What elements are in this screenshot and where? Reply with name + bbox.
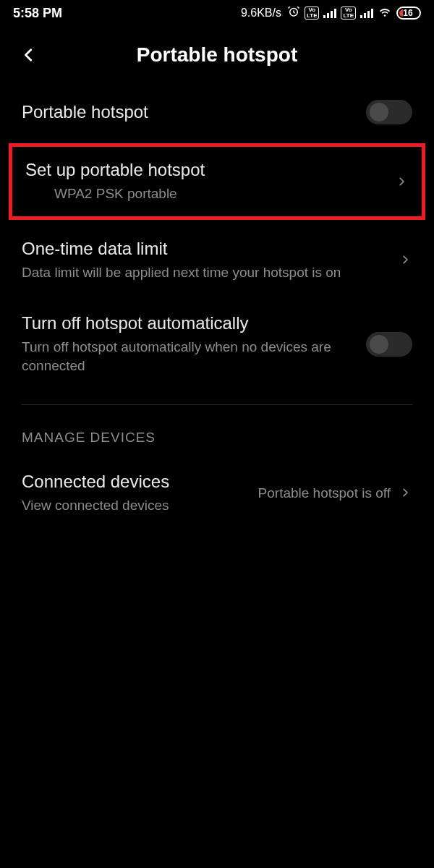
volte-badge-2: VoLTE [341,7,356,20]
connected-devices-status: Portable hotspot is off [258,484,391,503]
app-header: Portable hotspot [0,26,434,84]
auto-off-sub: Turn off hotspot automatically when no d… [22,338,366,375]
status-indicators: 9.6KB/s VoLTE VoLTE 16 [241,4,421,22]
setup-hotspot-row[interactable]: Set up portable hotspot WPA2 PSK portabl… [12,147,422,216]
connected-devices-title: Connected devices [22,472,258,492]
highlight-box: Set up portable hotspot WPA2 PSK portabl… [9,143,425,220]
status-time: 5:58 PM [13,6,62,21]
hotspot-toggle-row[interactable]: Portable hotspot [0,84,434,140]
data-limit-title: One-time data limit [22,239,398,259]
page-title: Portable hotspot [14,43,420,67]
data-limit-sub: Data limit will be applied next time you… [22,263,398,282]
section-manage-devices: MANAGE DEVICES [0,405,434,456]
net-speed: 9.6KB/s [241,7,281,20]
setup-hotspot-sub: WPA2 PSK portable [25,184,394,203]
signal-bars-1 [323,8,336,18]
auto-off-toggle[interactable] [366,332,412,357]
battery-indicator: 16 [396,7,421,20]
connected-devices-row[interactable]: Connected devices View connected devices… [0,456,434,531]
volte-badge-1: VoLTE [305,7,320,20]
chevron-right-icon [398,485,412,501]
auto-off-row[interactable]: Turn off hotspot automatically Turn off … [0,297,434,391]
wifi-icon [378,4,392,22]
hotspot-toggle[interactable] [366,100,412,124]
chevron-right-icon [394,174,409,190]
toggle-knob [370,335,388,354]
connected-devices-sub: View connected devices [22,496,258,515]
signal-bars-2 [360,8,373,18]
data-limit-row[interactable]: One-time data limit Data limit will be a… [0,223,434,298]
setup-hotspot-title: Set up portable hotspot [25,160,394,180]
hotspot-toggle-label: Portable hotspot [22,102,366,122]
toggle-knob [370,103,388,122]
status-bar: 5:58 PM 9.6KB/s VoLTE VoLTE 16 [0,0,434,26]
chevron-right-icon [398,252,412,268]
alarm-icon [287,5,300,21]
auto-off-title: Turn off hotspot automatically [22,313,366,333]
